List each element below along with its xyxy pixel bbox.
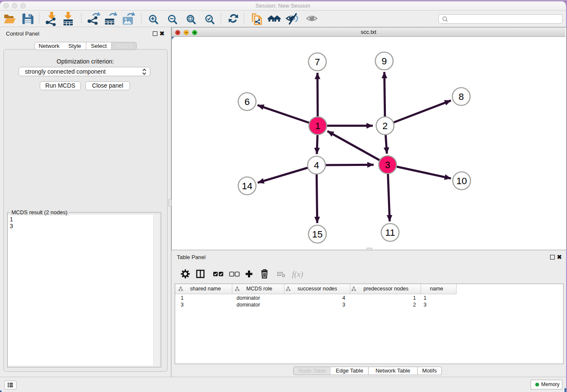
svg-text:8: 8 <box>459 91 464 102</box>
svg-text:3: 3 <box>385 160 391 170</box>
svg-text:2: 2 <box>383 121 388 131</box>
svg-text:7: 7 <box>315 57 320 67</box>
svg-text:4: 4 <box>314 160 319 171</box>
svg-text:11: 11 <box>385 227 395 238</box>
svg-text:9: 9 <box>382 56 387 66</box>
svg-text:1: 1 <box>315 121 321 131</box>
svg-text:14: 14 <box>242 181 252 191</box>
svg-text:10: 10 <box>456 176 467 186</box>
svg-text:6: 6 <box>245 97 250 107</box>
svg-text:15: 15 <box>312 229 322 240</box>
svg-text:f(x): f(x) <box>292 270 303 279</box>
